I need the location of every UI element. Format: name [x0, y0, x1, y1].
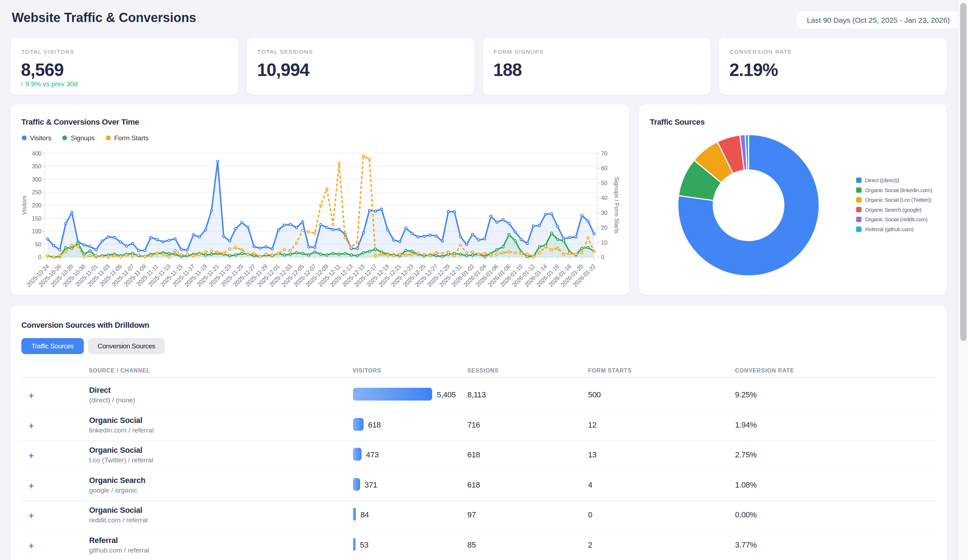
svg-text:50: 50: [601, 180, 608, 186]
svg-text:Signups: Signups: [71, 134, 94, 142]
svg-text:Traffic Sources: Traffic Sources: [650, 118, 705, 126]
svg-text:Visitors: Visitors: [21, 196, 27, 215]
svg-text:40: 40: [601, 195, 608, 201]
svg-text:100: 100: [32, 228, 41, 234]
svg-text:Organic Social (linkedin.com): Organic Social (linkedin.com): [865, 187, 932, 193]
svg-text:Traffic & Conversions Over Tim: Traffic & Conversions Over Time: [21, 118, 139, 126]
svg-text:50: 50: [35, 241, 41, 247]
svg-text:Direct ((direct)): Direct ((direct)): [865, 177, 899, 183]
svg-text:250: 250: [32, 189, 41, 195]
svg-text:400: 400: [32, 150, 41, 157]
svg-text:Organic Social (reddit.com): Organic Social (reddit.com): [865, 216, 928, 222]
svg-text:Visitors: Visitors: [30, 134, 51, 142]
svg-text:Organic Social (t.co (Twitter): Organic Social (t.co (Twitter)): [865, 197, 932, 203]
svg-text:Signups / Form Starts: Signups / Form Starts: [613, 177, 620, 234]
svg-text:Organic Search (google): Organic Search (google): [865, 207, 922, 213]
svg-text:70: 70: [601, 150, 608, 157]
svg-text:Referral (github.com): Referral (github.com): [865, 226, 913, 232]
svg-text:350: 350: [32, 163, 41, 169]
svg-text:200: 200: [32, 202, 41, 209]
svg-text:150: 150: [32, 215, 41, 222]
svg-text:20: 20: [601, 224, 608, 231]
svg-text:0: 0: [38, 254, 41, 260]
svg-text:300: 300: [32, 176, 41, 182]
svg-text:Form Starts: Form Starts: [114, 134, 148, 142]
svg-text:60: 60: [601, 165, 608, 171]
svg-text:30: 30: [601, 209, 608, 216]
svg-text:0: 0: [601, 254, 604, 260]
svg-text:10: 10: [601, 239, 608, 246]
